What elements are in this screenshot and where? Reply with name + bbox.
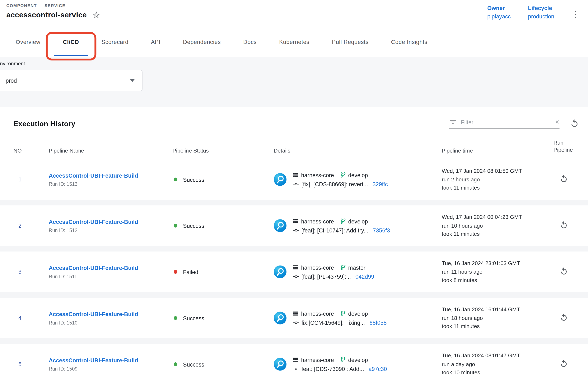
panel-header: Execution History ✕: [0, 107, 588, 139]
tab-docs[interactable]: Docs: [232, 27, 268, 57]
repository-name: harness-core: [301, 264, 334, 271]
run-pipeline-icon[interactable]: [560, 267, 568, 275]
commit-message: feat: [CDS-73090]: Add...: [302, 366, 364, 372]
title-row: accesscontrol-service: [6, 10, 101, 19]
tab-dependencies[interactable]: Dependencies: [172, 27, 232, 57]
status-label: Success: [183, 176, 204, 183]
column-pipeline-status: Pipeline Status: [173, 147, 274, 153]
tab-kubernetes[interactable]: Kubernetes: [268, 27, 321, 57]
app-root: COMPONENT — SERVICE accesscontrol-servic…: [0, 0, 588, 390]
entity-header: COMPONENT — SERVICE accesscontrol-servic…: [0, 0, 588, 27]
pipeline-icon: [274, 219, 286, 232]
run-pipeline-icon[interactable]: [560, 175, 568, 183]
execution-row: 3 AccessControl-UBI-Feature-Build Run ID…: [0, 251, 588, 292]
chevron-down-icon: [130, 79, 135, 82]
git-commit-icon: [293, 227, 299, 234]
pipeline-name-link[interactable]: AccessControl-UBI-Feature-Build: [49, 311, 138, 317]
tab-scorecard[interactable]: Scorecard: [90, 27, 140, 57]
row-number-link[interactable]: 3: [14, 268, 22, 275]
run-id-label: Run ID: 1513: [49, 181, 172, 187]
filter-field[interactable]: ✕: [449, 118, 560, 129]
pipeline-name-link[interactable]: AccessControl-UBI-Feature-Build: [49, 218, 138, 225]
environment-select[interactable]: prod: [0, 70, 143, 91]
pipeline-name-link[interactable]: AccessControl-UBI-Feature-Build: [49, 264, 138, 271]
run-pipeline-icon[interactable]: [560, 221, 568, 229]
filter-input[interactable]: [461, 119, 551, 125]
commit-hash-link[interactable]: 68f058: [369, 319, 387, 326]
commit-hash-link[interactable]: 329ffc: [373, 181, 388, 187]
pipeline-duration: took 10 minutes: [442, 368, 553, 377]
run-pipeline-icon[interactable]: [560, 313, 568, 322]
execution-row: 4 AccessControl-UBI-Feature-Build Run ID…: [0, 298, 588, 338]
pipeline-run-ago: run a day ago: [442, 360, 553, 368]
pipeline-duration: took 11 minutes: [442, 184, 553, 192]
commit-message: [fix]: [CDS-88669]: revert...: [302, 181, 368, 187]
status-dot: [174, 178, 177, 181]
status-dot: [174, 224, 177, 228]
owner-link[interactable]: plplayacc: [487, 13, 511, 20]
lifecycle-meta: Lifecycle production: [528, 5, 554, 19]
pipeline-icon: [274, 173, 286, 186]
commit-hash-link[interactable]: 042d99: [355, 273, 374, 280]
status-label: Success: [183, 315, 204, 321]
environment-section: nvironment prod: [0, 57, 588, 107]
more-options-icon[interactable]: ⋮: [572, 5, 580, 18]
status-dot: [174, 270, 177, 274]
git-branch-icon: [340, 357, 346, 363]
pipeline-date: Tue, 16 Jan 2024 16:01:44 GMT: [442, 305, 553, 314]
repository-icon: [293, 357, 299, 363]
row-number-link[interactable]: 5: [14, 361, 22, 367]
commit-message: [feat]: [CI-10747]: Add try...: [302, 227, 368, 234]
pipeline-date: Tue, 16 Jan 2024 08:01:47 GMT: [442, 351, 553, 360]
row-number-link[interactable]: 1: [14, 176, 22, 183]
lifecycle-link[interactable]: production: [528, 13, 554, 20]
pipeline-name-link[interactable]: AccessControl-UBI-Feature-Build: [49, 172, 138, 179]
repository-icon: [293, 172, 299, 178]
execution-row: 5 AccessControl-UBI-Feature-Build Run ID…: [0, 344, 588, 385]
pipeline-run-ago: run 10 hours ago: [442, 221, 553, 230]
filter-area: ✕: [449, 118, 579, 129]
table-header: NO Pipeline Name Pipeline Status Details…: [0, 139, 588, 159]
entity-header-left: COMPONENT — SERVICE accesscontrol-servic…: [6, 3, 101, 27]
repository-icon: [293, 310, 299, 317]
column-details: Details: [274, 147, 442, 153]
row-divider: [0, 338, 588, 344]
run-id-label: Run ID: 1511: [49, 273, 172, 279]
git-commit-icon: [293, 366, 299, 372]
refresh-icon[interactable]: [570, 119, 579, 128]
commit-hash-link[interactable]: 7356f3: [373, 227, 390, 234]
row-number-link[interactable]: 4: [14, 315, 22, 321]
commit-hash-link[interactable]: a97c30: [369, 366, 387, 372]
repository-name: harness-core: [301, 356, 334, 363]
pipeline-date: Wed, 17 Jan 2024 00:04:23 GMT: [442, 213, 553, 221]
clear-filter-icon[interactable]: ✕: [555, 119, 559, 125]
repository-name: harness-core: [301, 218, 334, 225]
pipeline-duration: took 11 minutes: [442, 230, 553, 238]
favorite-star-icon[interactable]: [92, 11, 101, 19]
pipeline-duration: took 11 minutes: [442, 322, 553, 331]
entity-kind-label: COMPONENT — SERVICE: [6, 3, 101, 8]
status-label: Success: [183, 361, 204, 368]
filter-icon: [449, 118, 457, 126]
tab-pull-requests[interactable]: Pull Requests: [321, 27, 380, 57]
pipeline-name-link[interactable]: AccessControl-UBI-Feature-Build: [49, 357, 138, 363]
row-divider: [0, 292, 588, 298]
branch-name: develop: [348, 218, 368, 225]
run-pipeline-icon[interactable]: [560, 359, 568, 368]
entity-header-right: Owner plplayacc Lifecycle production ⋮: [487, 3, 580, 27]
commit-message: [feat]: [PL-43759]:...: [302, 273, 351, 280]
tab-api[interactable]: API: [140, 27, 172, 57]
column-no: NO: [14, 147, 49, 153]
row-number-link[interactable]: 2: [14, 222, 22, 229]
git-branch-icon: [340, 264, 346, 270]
status-label: Failed: [183, 269, 198, 275]
run-id-label: Run ID: 1512: [49, 227, 172, 233]
tab-cicd[interactable]: CI/CD: [52, 27, 90, 57]
annotation-highlight-box: [45, 32, 96, 60]
environment-selected-value: prod: [6, 77, 17, 84]
tab-overview[interactable]: Overview: [5, 27, 52, 57]
tab-code-insights[interactable]: Code Insights: [380, 27, 439, 57]
branch-name: develop: [348, 356, 368, 363]
execution-row: 1 AccessControl-UBI-Feature-Build Run ID…: [0, 159, 588, 200]
pipeline-icon: [274, 358, 286, 371]
